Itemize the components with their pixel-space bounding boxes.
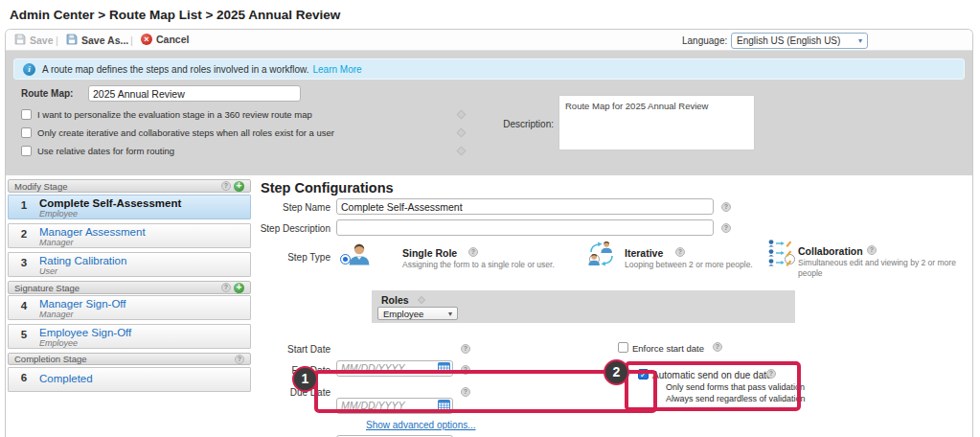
step-description-input[interactable] <box>336 219 714 236</box>
enforce-start-date-help-icon[interactable]: ? <box>713 342 722 352</box>
step-number: 6 <box>9 368 39 391</box>
step-subtitle: User <box>39 266 126 276</box>
step-subtitle: Manager <box>39 310 126 319</box>
personalize-label: I want to personalize the evaluation sta… <box>37 109 312 120</box>
collaboration-desc: Simultaneous edit and viewing by 2 or mo… <box>798 258 956 278</box>
save-icon <box>14 34 26 47</box>
iterative-name: Iterative <box>625 247 663 259</box>
step-description-label: Step Description <box>196 223 330 234</box>
roles-select[interactable]: Employee ▾ <box>377 307 458 320</box>
relative-dates-checkbox[interactable] <box>21 146 32 156</box>
step-title[interactable]: Complete Self-Assessment <box>39 196 181 209</box>
save-as-icon <box>66 34 78 47</box>
step-subtitle: Manager <box>39 238 146 247</box>
collaboration-icon <box>768 240 792 270</box>
save-as-label: Save As... <box>81 34 128 46</box>
chevron-down-icon: ▾ <box>858 36 862 45</box>
save-button[interactable]: Save <box>14 34 54 47</box>
exit-date-input[interactable] <box>336 398 453 414</box>
due-date-label: Due Date <box>216 387 330 398</box>
iterative-option-checkbox[interactable] <box>21 127 32 138</box>
step-name-input[interactable] <box>336 198 714 215</box>
collaboration-name: Collaboration <box>798 245 863 257</box>
collaboration-help-icon[interactable]: ? <box>867 245 877 255</box>
route-map-editor: Admin Center > Route Map List > 2025 Ann… <box>0 0 980 437</box>
start-date-input[interactable] <box>336 360 453 377</box>
language-select[interactable]: English US (English US) ▾ <box>731 33 868 49</box>
description-label: Description: <box>474 119 554 129</box>
personalize-checkbox[interactable] <box>21 109 32 120</box>
toolbar-separator: | <box>130 34 133 46</box>
stage-header-completion-title: Completion Stage <box>14 354 87 364</box>
single-role-help-icon[interactable]: ? <box>468 247 478 257</box>
step-number: 5 <box>9 325 39 348</box>
step-item-4[interactable]: 4 Manager Sign-Off Manager <box>8 295 251 320</box>
single-role-desc: Assigning the form to a single role or u… <box>402 260 570 270</box>
calendar-icon[interactable] <box>438 360 450 378</box>
step-number: 1 <box>9 196 39 218</box>
cancel-label: Cancel <box>156 34 189 45</box>
cancel-icon: × <box>141 34 152 45</box>
step-item-5[interactable]: 5 Employee Sign-Off Employee <box>8 324 251 349</box>
auto-send-checkbox[interactable]: ✓ <box>638 369 649 380</box>
stage-header-completion: Completion Stage ? <box>8 353 251 365</box>
language-value: English US (English US) <box>737 35 840 46</box>
info-icon: i <box>23 63 35 76</box>
step-name-label: Step Name <box>196 202 330 213</box>
route-map-label: Route Map: <box>21 88 73 99</box>
step-number: 3 <box>9 253 39 276</box>
auto-send-label: Automatic send on due date <box>652 370 772 380</box>
save-label: Save <box>30 34 54 46</box>
enforce-start-date-label: Enforce start date <box>632 343 704 354</box>
stage-completion-help-icon[interactable]: ? <box>235 355 244 364</box>
enforce-start-date-checkbox[interactable] <box>618 342 628 353</box>
iterative-option-label: Only create iterative and collaborative … <box>37 127 334 138</box>
exit-date-help-icon[interactable]: ? <box>461 365 470 375</box>
step-description-help-icon[interactable]: ? <box>721 223 731 233</box>
show-advanced-options-link[interactable]: Show advanced options... <box>366 420 476 430</box>
stage-modify-add-icon[interactable]: + <box>234 181 244 192</box>
info-banner: i A route map defines the steps and role… <box>13 58 965 80</box>
page-title: Step Configurations <box>261 180 394 196</box>
cancel-button[interactable]: × Cancel <box>141 34 189 45</box>
step-item-6[interactable]: 6 Completed <box>8 367 251 392</box>
auto-send-option-always-label: Always send regardless of validation <box>666 394 806 403</box>
roles-label: Roles <box>381 294 409 306</box>
save-as-button[interactable]: Save As... <box>66 34 128 47</box>
banner-text: A route map defines the steps and roles … <box>42 64 309 75</box>
single-role-icon <box>347 242 372 269</box>
start-date-label: Start Date <box>216 344 330 355</box>
step-type-label: Step Type <box>196 252 330 263</box>
step-number: 4 <box>9 296 39 319</box>
breadcrumb[interactable]: Admin Center > Route Map List > 2025 Ann… <box>10 8 340 22</box>
start-date-help-icon[interactable]: ? <box>461 344 470 354</box>
calendar-icon[interactable] <box>438 398 450 415</box>
stage-header-signature-title: Signature Stage <box>14 283 80 293</box>
stage-signature-help-icon[interactable]: ? <box>221 283 231 292</box>
toolbar-separator: | <box>56 34 58 46</box>
language-label: Language: <box>682 35 727 46</box>
relative-dates-label: Use relative dates for form routing <box>37 146 174 156</box>
roles-value: Employee <box>383 309 423 319</box>
single-role-name: Single Role <box>402 247 457 259</box>
due-date-help-icon[interactable]: ? <box>461 387 470 397</box>
stage-modify-help-icon[interactable]: ? <box>221 181 231 191</box>
step-title[interactable]: Employee Sign-Off <box>39 325 131 338</box>
stage-header-modify: Modify Stage ? + <box>8 179 251 193</box>
step-title[interactable]: Completed <box>39 368 93 384</box>
learn-more-link[interactable]: Learn More <box>313 64 362 75</box>
step-title[interactable]: Manager Assessment <box>39 224 146 238</box>
stage-header-signature: Signature Stage ? + <box>8 281 251 294</box>
exit-date-label: Exit Date <box>216 365 330 376</box>
description-textarea[interactable]: Route Map for 2025 Annual Review <box>558 95 755 150</box>
route-map-input[interactable] <box>88 85 301 102</box>
stage-signature-add-icon[interactable]: + <box>234 283 244 293</box>
step-title[interactable]: Manager Sign-Off <box>39 296 126 310</box>
iterative-icon <box>587 241 616 271</box>
auto-send-help-icon[interactable]: ? <box>766 369 776 379</box>
iterative-help-icon[interactable]: ? <box>675 247 685 257</box>
step-title[interactable]: Rating Calibration <box>39 253 126 266</box>
step-subtitle: Employee <box>39 209 181 218</box>
step-name-help-icon[interactable]: ? <box>721 202 731 212</box>
auto-send-option-validation-label: Only send forms that pass validation <box>666 382 805 392</box>
